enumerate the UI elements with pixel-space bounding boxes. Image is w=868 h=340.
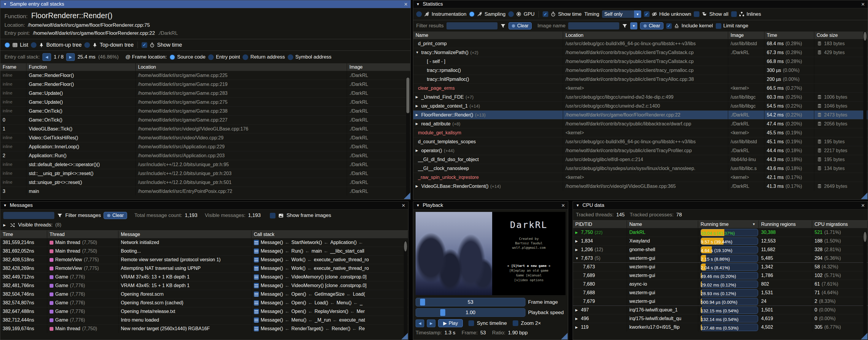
funnel-icon[interactable] [57,213,63,219]
statistics-row[interactable]: ▶FloorRenderer::Render()(+13)/home/wolf/… [413,110,868,119]
playback-titlebar[interactable]: ▼ Playback × [413,201,568,209]
expand-icon[interactable]: ▶ [415,119,420,128]
resize-grip[interactable] [861,333,867,339]
column-header[interactable]: Name [413,31,563,39]
filter-results-input[interactable] [446,22,498,29]
message-row[interactable]: 382,647,488nsGame(7,776)Opening /meta/re… [0,307,408,316]
statistics-row[interactable]: _raw_spin_unlock_irqrestore<kernel><kern… [413,173,868,181]
expand-icon[interactable]: ▶ [575,323,579,331]
call-stack-icon[interactable] [254,309,259,314]
column-header[interactable]: CPU migrations [812,221,868,228]
radio-sampling[interactable]: Sampling [469,11,505,17]
call-stack-row[interactable]: inlineApplication::InnerLoop()/home/wolf… [0,142,410,151]
message-row[interactable]: 382,428,269nsRemoteView(7,775)Attempting… [0,264,408,273]
visible-threads-row[interactable]: ▶ Visible threads: (8) [0,221,408,230]
call-stack-row[interactable]: inlineGame::RenderFloor()/home/wolf/dark… [0,71,410,80]
step-forward-button[interactable]: ▶ [427,319,435,327]
column-header[interactable]: Time [0,231,47,238]
resize-grip[interactable] [561,333,567,339]
playback-speed-slider[interactable]: 1.00 [415,308,525,317]
message-row[interactable]: 382,574,807nsGame(7,776)Opening /forest.… [0,299,408,307]
messages-scrollbar[interactable] [404,241,407,338]
show-time-checkbox[interactable]: ✓Show time [542,11,582,17]
radio-return-address[interactable]: Return address [243,54,285,60]
call-stack-icon[interactable] [254,317,259,323]
column-header[interactable]: Function [26,63,136,71]
timing-combo[interactable]: Self only▼ [602,10,641,18]
expand-icon[interactable]: ▶ [575,306,579,314]
message-row[interactable]: 382,504,746nsGame(7,776)Opening /forest.… [0,290,408,299]
resize-grip[interactable] [401,333,408,339]
call-stack-icon[interactable] [254,300,259,306]
collapse-icon[interactable]: ▼ [3,203,7,207]
message-row[interactable]: 382,712,444nsGame(7,776)Intro menu loade… [0,316,408,324]
combo-arrow-icon[interactable]: ▼ [634,10,641,18]
column-header[interactable]: Time [765,31,814,39]
clear-image-filter-button[interactable]: ⊗Clear [640,22,663,29]
expand-icon[interactable]: ▶ [415,146,420,155]
column-header[interactable]: Location [563,31,728,39]
message-row[interactable]: 381,559,214nsMain thread(7,750)Network i… [0,238,408,247]
statistics-row[interactable]: __GI__clock_nanosleep/usr/src/debug/glib… [413,164,868,173]
call-stack-row[interactable]: inlinestd::__uniq_ptr_impl<>::reset()/us… [0,169,410,178]
call-stack-row[interactable]: inlinestd::default_delete<>::operator()(… [0,160,410,169]
expand-icon[interactable]: ▶ [415,182,420,191]
next-stack-button[interactable]: ▶ [66,53,75,61]
call-stack-icon[interactable] [254,257,259,262]
message-row[interactable]: 382,481,766nsGame(7,776)VRAM 43x45: 15 +… [0,281,408,290]
expand-icon[interactable]: ▶ [575,246,579,254]
statistics-row[interactable]: ▶_Unwind_Find_FDE(+7)/usr/src/debug/gcc/… [413,92,868,101]
cpu-thread-row[interactable]: 7,688wezterm-gui28.93 ms (0.12%)1,53171(… [573,288,868,297]
call-stack-row[interactable]: inlineGame::OnTick()/home/wolf/darkrl/sr… [0,106,410,115]
call-stack-row[interactable]: 0Game::OnTick()/home/wolf/darkrl/src/gam… [0,115,410,124]
call-stack-row[interactable]: 2Application::Run()/home/wolf/darkrl/src… [0,151,410,160]
cpu-thread-row[interactable]: ▶7,750(22)DarkRL10.04 s (41.37%)30,38852… [573,228,868,236]
close-icon[interactable]: × [404,1,408,7]
call-stack-row[interactable]: inlineVideo::GetTicksHiRes()/home/wolf/d… [0,133,410,142]
cpu-thread-row[interactable]: ▶496irq/175-iwlwifi:default_qu132.14 ms … [573,314,868,323]
step-back-button[interactable]: ◀ [415,319,424,327]
zoom-2x-checkbox[interactable] [513,320,518,326]
message-row[interactable]: 389,169,674nsMain thread(7,750)New rende… [0,324,408,333]
close-icon[interactable]: × [402,202,405,208]
column-header[interactable]: Thread [47,231,119,238]
close-icon[interactable]: × [861,202,865,208]
show-time-checkbox[interactable]: ✓Show time [142,42,182,48]
messages-titlebar[interactable]: ▼ Messages × [0,201,408,209]
expand-icon[interactable]: ▶ [415,93,420,101]
statistics-row[interactable]: tracy::rpmalloc()/home/wolf/darkrl/contr… [413,66,868,75]
call-stack-icon[interactable] [254,240,259,245]
cpu-thread-row[interactable]: ▼7,673(5)wezterm-gui2.15 s (8.86%)5,4852… [573,254,868,262]
statistics-row[interactable]: __GI_dl_find_dso_for_object/usr/src/debu… [413,155,868,164]
message-row[interactable]: 382,408,518nsRemoteView(7,775)Remote vie… [0,255,408,264]
collapse-icon[interactable]: ▼ [3,2,7,6]
call-stack-row[interactable]: inlineGame::Update()/home/wolf/darkrl/sr… [0,97,410,106]
statistics-row[interactable]: ▶uw_update_context_1(+14)/usr/src/debug/… [413,101,868,110]
call-stack-icon[interactable] [254,283,259,288]
limit-range-checkbox[interactable]: Limit range [716,23,748,29]
column-header[interactable]: Image [728,31,765,39]
message-row[interactable]: 381,692,052nsMain thread(7,750)Booting..… [0,247,408,255]
sync-timeline-checkbox[interactable] [468,320,474,326]
show-all-checkbox[interactable]: Show all [694,11,728,17]
expand-icon[interactable]: ▶ [415,111,420,119]
statistics-row[interactable]: clear_page_erms<kernel><kernel>66.5 ms(0… [413,84,868,92]
collapse-icon[interactable]: ▼ [416,2,420,6]
statistics-row[interactable]: d_count_templates_scopes/usr/src/debug/g… [413,137,868,146]
column-header[interactable]: Call stack [251,231,408,238]
cpu-titlebar[interactable]: ▼ CPU data × [573,201,868,209]
prev-stack-button[interactable]: ◀ [42,53,51,61]
call-stack-icon[interactable] [254,274,259,280]
cpu-scrollbar[interactable] [863,231,867,338]
expand-icon[interactable]: ▶ [575,314,579,323]
cpu-thread-row[interactable]: ▶497irq/176-iwlwifi:queue_1132.15 ms (0.… [573,306,868,314]
statistics-row[interactable]: d_print_comp/usr/src/debug/gcc-build/x86… [413,39,868,48]
hide-unknown-checkbox[interactable]: ✓Hide unknown [644,11,691,17]
statistics-row[interactable]: ▶read_attribute(+8)/home/wolf/darkrl/con… [413,119,868,128]
cpu-thread-row[interactable]: ▶1,834Xwayland9.57 s (39.44%)12,553188(1… [573,236,868,245]
clear-messages-button[interactable]: ⊗ Clear [103,212,127,219]
callstacks-scrollbar[interactable] [406,77,410,198]
show-frame-images-checkbox[interactable] [270,213,276,219]
call-stack-row[interactable]: inlineGame::Update()/home/wolf/darkrl/sr… [0,89,410,97]
close-icon[interactable]: × [561,202,565,208]
